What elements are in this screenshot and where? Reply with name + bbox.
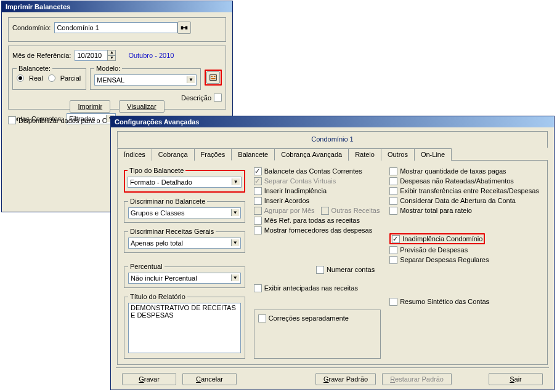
checkbox-mostrar-quantidade-de-taxas-pagas[interactable]: [389, 167, 397, 175]
disponibilizar-checkbox[interactable]: [8, 116, 16, 124]
svg-rect-1: [211, 76, 213, 77]
tipo-balancete-select[interactable]: Formato - Detalhado: [128, 177, 242, 188]
resumo-sintetico-label: Resumo Sintético das Contas: [400, 297, 489, 306]
config-button[interactable]: [206, 71, 220, 84]
tab-balancete[interactable]: Balancete: [231, 148, 275, 161]
exibir-antecipadas-checkbox[interactable]: [254, 284, 262, 292]
check-label: Inadimplência Condomínio: [402, 234, 482, 243]
mes-ref-spinner[interactable]: ▲ ▼: [75, 50, 116, 61]
tab--ndices[interactable]: Índices: [117, 148, 152, 161]
check-label: Outras Receitas: [331, 206, 380, 215]
receitas-select[interactable]: Apenas pelo total: [128, 238, 241, 249]
radio-parcial-label: Parcial: [60, 74, 81, 82]
check-label: Inserir Acordos: [264, 196, 309, 205]
tab-outros[interactable]: Outros: [381, 148, 415, 161]
condominio-header: Condomínio 1: [117, 131, 548, 148]
discriminar-legend: Discriminar no Balancete: [128, 198, 207, 205]
gravar-button[interactable]: Gravar: [122, 373, 176, 385]
checkbox-mostrar-total-para-rateio[interactable]: [389, 207, 397, 215]
check-label: Mostrar total para rateio: [400, 206, 472, 215]
receitas-legend: Discriminar Receitas Gerais: [128, 228, 216, 235]
checkbox-previs-o-de-despesas[interactable]: [389, 246, 397, 254]
check-label: Despesas não Rateadas/Abatimentos: [400, 177, 514, 185]
checkbox-m-s-ref-para-todas-as-receitas[interactable]: [254, 217, 262, 225]
tab-balancete-panel: Tipo do Balancete Formato - Detalhado Di…: [117, 161, 548, 365]
condominio-input[interactable]: [54, 22, 177, 33]
tab-rateio[interactable]: Rateio: [348, 148, 381, 161]
radio-real-label: Real: [29, 74, 43, 82]
checkbox-considerar-data-de-abertura-da-conta[interactable]: [389, 197, 397, 205]
tab-cobran-a[interactable]: Cobrança: [152, 148, 195, 161]
search-button[interactable]: [177, 22, 191, 34]
gravar-padrao-button[interactable]: Gravar Padrão: [315, 373, 376, 385]
button-bar: Gravar Cancelar Gravar Padrão Restaurar …: [116, 367, 549, 390]
balancete-legend: Balancete:: [17, 65, 52, 72]
numerar-contas-label: Numerar contas: [327, 265, 375, 274]
condominio-label: Condomínio:: [12, 24, 51, 31]
titlebar[interactable]: Configurações Avançadas: [111, 116, 554, 127]
checkbox-separar-contas-virtuais: [254, 177, 262, 185]
tabs: ÍndicesCobrançaFraçõesBalanceteCobrança …: [117, 148, 548, 161]
modelo-select[interactable]: MENSAL: [94, 74, 197, 86]
correcoes-label: Correções separadamente: [269, 314, 349, 322]
checkbox-inadimpl-ncia-condom-nio[interactable]: [392, 235, 400, 243]
tipo-balancete-legend: Tipo do Balancete: [128, 167, 185, 174]
checkbox-exibir-transfer-ncias-entre-receitas-despesas[interactable]: [389, 187, 397, 195]
visualizar-button[interactable]: Visualizar: [119, 100, 165, 113]
titulo-relatorio-textarea[interactable]: [128, 303, 241, 353]
correcoes-checkbox[interactable]: [258, 314, 266, 322]
check-label: Balancete das Contas Correntes: [264, 167, 362, 175]
cancelar-button[interactable]: Cancelar: [182, 373, 237, 385]
correcoes-box: Correções separadamente: [254, 310, 381, 359]
check-label: Agrupar por Mês: [264, 206, 315, 215]
titulo-relatorio-legend: Título do Relatório: [128, 293, 187, 300]
percentual-legend: Percentual: [128, 263, 165, 270]
check-label: Mês Ref. para todas as receitas: [264, 216, 360, 225]
radio-real[interactable]: [17, 74, 24, 82]
percentual-select[interactable]: Não incluir Percentual: [128, 273, 241, 284]
check-label: Inserir Inadimplência: [264, 186, 327, 195]
sair-button[interactable]: Sair: [489, 373, 543, 385]
radio-parcial[interactable]: [48, 74, 55, 82]
modelo-legend: Modelo:: [94, 65, 122, 72]
numerar-contas-checkbox[interactable]: [316, 266, 324, 274]
spin-up-icon[interactable]: ▲: [107, 50, 116, 55]
settings-icon: [209, 73, 218, 82]
mes-ref-label: Mês de Referência:: [12, 52, 71, 59]
disponibilizar-label: Disponibilizar dados para o C: [18, 117, 107, 124]
checkbox-despesas-n-o-rateadas-abatimentos[interactable]: [389, 177, 397, 185]
checkbox-balancete-das-contas-correntes[interactable]: [254, 167, 262, 175]
svg-rect-0: [210, 74, 217, 80]
check-label: Mostrar quantidade de taxas pagas: [400, 167, 506, 175]
svg-rect-3: [211, 78, 216, 79]
checkbox-inserir-acordos[interactable]: [254, 197, 262, 205]
resumo-sintetico-checkbox[interactable]: [389, 298, 397, 306]
tab-on-line[interactable]: On-Line: [414, 148, 452, 161]
tab-cobran-a-avan-ada[interactable]: Cobrança Avançada: [274, 148, 349, 161]
month-display: Outubro - 2010: [128, 52, 174, 59]
mes-ref-input[interactable]: [75, 50, 108, 61]
titlebar[interactable]: Imprimir Balancetes: [2, 1, 232, 12]
restaurar-padrao-button[interactable]: Restaurar Padrão: [382, 373, 452, 385]
check-label: Considerar Data de Abertura da Conta: [400, 196, 516, 205]
check-label: Separar Despesas Regulares: [400, 255, 489, 264]
window-configuracoes-avancadas: Configurações Avançadas Condomínio 1 Índ…: [110, 116, 555, 390]
check-label: Separar Contas Virtuais: [264, 177, 336, 185]
binoculars-icon: [180, 23, 189, 32]
checkbox-mostrar-fornecedores-das-despesas[interactable]: [254, 226, 262, 234]
spin-down-icon[interactable]: ▼: [107, 55, 116, 61]
check-label: Mostrar fornecedores das despesas: [264, 226, 372, 234]
checkbox-agrupar-por-m-s: [254, 207, 262, 215]
checkbox-separar-despesas-regulares[interactable]: [389, 256, 397, 264]
discriminar-select[interactable]: Grupos e Classes: [128, 207, 241, 218]
exibir-antecipadas-label: Exibir antecipadas nas receitas: [264, 284, 358, 292]
checkbox-inserir-inadimpl-ncia[interactable]: [254, 187, 262, 195]
tab-fra-es[interactable]: Frações: [194, 148, 232, 161]
checkbox-outras-receitas: [321, 207, 329, 215]
svg-rect-2: [214, 76, 216, 77]
imprimir-button[interactable]: Imprimir: [70, 100, 110, 113]
check-label: Exibir transferências entre Receitas/Des…: [400, 186, 539, 195]
check-label: Previsão de Despesas: [400, 246, 468, 254]
